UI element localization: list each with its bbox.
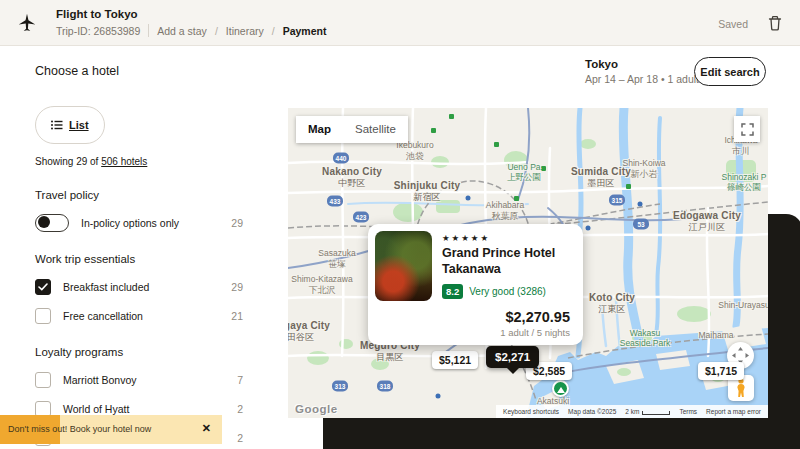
cancellation-count: 21	[231, 310, 243, 322]
nav-payment[interactable]: Payment	[283, 25, 327, 37]
map-type-control: Map Satellite	[296, 116, 408, 143]
work-trip-title: Work trip essentials	[35, 253, 243, 265]
report-error-link[interactable]: Report a map error	[706, 408, 761, 415]
rating-badge: 8.2	[442, 284, 463, 299]
map-label-nakano: Nakano City中野区	[322, 166, 382, 190]
route-shield-433: 433	[327, 196, 343, 207]
route-shield-315: 315	[609, 195, 625, 206]
check-icon	[38, 283, 48, 291]
map-label-koto: Koto City江東区	[589, 292, 635, 316]
fullscreen-button[interactable]	[734, 116, 760, 142]
trip-title: Flight to Tokyo	[56, 8, 138, 20]
map-type-satellite-button[interactable]: Satellite	[343, 116, 408, 143]
map-label-sasazuka: Sasazuka笹塚	[318, 248, 355, 271]
loyalty-title: Loyalty programs	[35, 346, 243, 358]
map-label-shinjuku: Shinjuku City新宿区	[394, 180, 461, 204]
search-destination: Tokyo	[585, 58, 618, 70]
nav-itinerary[interactable]: Itinerary	[226, 25, 264, 37]
map-data-label: Map data ©2025	[568, 408, 616, 415]
hotel-rating-row: 8.2 Very good (3286)	[442, 284, 546, 299]
trip-id: Trip-ID: 26853989	[56, 25, 140, 37]
cancellation-checkbox[interactable]	[35, 308, 51, 324]
map-label-akihabara: Akihabara秋葉原	[486, 200, 524, 223]
toggle-knob	[38, 216, 50, 228]
list-view-label: List	[69, 119, 89, 131]
filter-row-cancellation: Free cancellation 21	[35, 307, 243, 324]
hotel-stars: ★★★★★	[442, 233, 490, 243]
marriott-checkbox[interactable]	[35, 372, 51, 388]
map-label-maihama: Maihama	[699, 330, 734, 340]
scale-bar	[642, 411, 670, 415]
marriott-count: 7	[237, 374, 243, 386]
rating-label: Very good (3286)	[469, 286, 546, 297]
banner-text: Don't miss out! Book your hotel now	[8, 424, 151, 434]
nav-separator: /	[272, 25, 275, 37]
fullscreen-icon	[741, 123, 754, 136]
hotel-photo	[375, 231, 432, 301]
keyboard-shortcuts-link[interactable]: Keyboard shortcuts	[503, 408, 559, 415]
map-label-ueno-park: Ueno Pa上野公園	[507, 162, 541, 184]
map-container: Ikebukuro池袋 Nakano City中野区 Shinjuku City…	[288, 108, 768, 418]
airplane-icon	[16, 12, 38, 34]
search-dates-occupancy: Apr 14 – Apr 18 • 1 adult	[585, 73, 699, 85]
route-shield-53: 53	[633, 219, 649, 230]
top-header: Flight to Tokyo Trip-ID: 26853989 Add a …	[0, 0, 800, 46]
hotel-price: $2,270.95	[505, 309, 570, 325]
nav-separator: /	[215, 25, 218, 37]
view-toggle: List Map	[35, 106, 105, 144]
poi-marker-icon[interactable]	[552, 380, 569, 397]
price-pin-1715[interactable]: $1,715	[698, 362, 744, 380]
divider	[148, 24, 149, 37]
map-attribution: Keyboard shortcuts Map data ©2025 2 km T…	[496, 405, 768, 418]
page-title: Choose a hotel	[35, 64, 119, 78]
breakfast-label: Breakfast included	[63, 281, 231, 293]
filter-row-marriott: Marriott Bonvoy 7	[35, 371, 243, 388]
in-policy-label: In-policy options only	[81, 217, 231, 229]
price-pin-5121[interactable]: $5,121	[432, 351, 478, 369]
results-count: Showing 29 of 506 hotels	[35, 156, 243, 167]
map-label-shinkoiwa: Shin-Koiwa新小岩	[623, 158, 666, 181]
route-shield-440: 440	[333, 153, 349, 164]
map-label-setagaya: Setagaya City世田谷区	[288, 320, 330, 344]
breakfast-count: 29	[231, 281, 243, 293]
google-logo: Google	[295, 403, 338, 415]
pegman-icon	[735, 378, 747, 398]
hyatt-label: World of Hyatt	[63, 403, 237, 415]
route-shield-313: 313	[332, 381, 348, 392]
map-label-shimokitazawa: Shimo-Kitazawa下北沢	[291, 274, 352, 297]
in-policy-toggle[interactable]	[35, 214, 69, 232]
promo-banner: Don't miss out! Book your hotel now ✕	[0, 415, 222, 444]
price-pin-2271-selected[interactable]: $2,271	[486, 346, 539, 368]
hotel-card[interactable]: ★★★★★ Grand Prince Hotel Takanawa 8.2 Ve…	[368, 224, 583, 345]
hotel-name: Grand Prince Hotel Takanawa	[442, 245, 574, 278]
filter-row-breakfast: Breakfast included 29	[35, 278, 243, 295]
in-policy-count: 29	[231, 217, 243, 229]
edit-search-button[interactable]: Edit search	[694, 57, 766, 86]
cancellation-label: Free cancellation	[63, 310, 231, 322]
app-root: Flight to Tokyo Trip-ID: 26853989 Add a …	[0, 0, 800, 449]
banner-close-icon[interactable]: ✕	[202, 422, 211, 435]
map-label-shinozaki-park: Shinozaki P篠崎公園	[722, 172, 767, 194]
travel-policy-title: Travel policy	[35, 189, 243, 201]
hotel-occupancy: 1 adult / 5 nights	[500, 327, 570, 338]
list-view-button[interactable]: List	[38, 109, 102, 141]
terms-link[interactable]: Terms	[679, 408, 697, 415]
route-shield-423: 423	[353, 212, 369, 223]
map-label-ikebukuro: Ikebukuro池袋	[396, 140, 433, 163]
route-shield-318: 318	[377, 381, 393, 392]
breakfast-checkbox[interactable]	[35, 279, 51, 295]
in-policy-filter-row: In-policy options only 29	[35, 214, 243, 231]
hilton-count: 2	[237, 432, 243, 444]
nav-add-a-stay[interactable]: Add a stay	[157, 25, 207, 37]
saved-status: Saved	[718, 18, 748, 30]
map-label-edogawa: Edogawa City江戸川区	[673, 210, 741, 234]
map-type-map-button[interactable]: Map	[296, 116, 343, 143]
marriott-label: Marriott Bonvoy	[63, 374, 237, 386]
hyatt-count: 2	[237, 403, 243, 415]
map-scale: 2 km	[625, 408, 670, 415]
trash-icon[interactable]	[766, 14, 784, 32]
map-label-wakasu-park: Wakasu Seaside Park	[619, 328, 671, 348]
all-hotels-link[interactable]: 506 hotels	[101, 156, 147, 167]
map-label-shinurayasu: Shin-Urayasu	[718, 300, 768, 310]
filters-sidebar: List Map Showing 29 of 506 hotels Travel…	[35, 106, 243, 449]
